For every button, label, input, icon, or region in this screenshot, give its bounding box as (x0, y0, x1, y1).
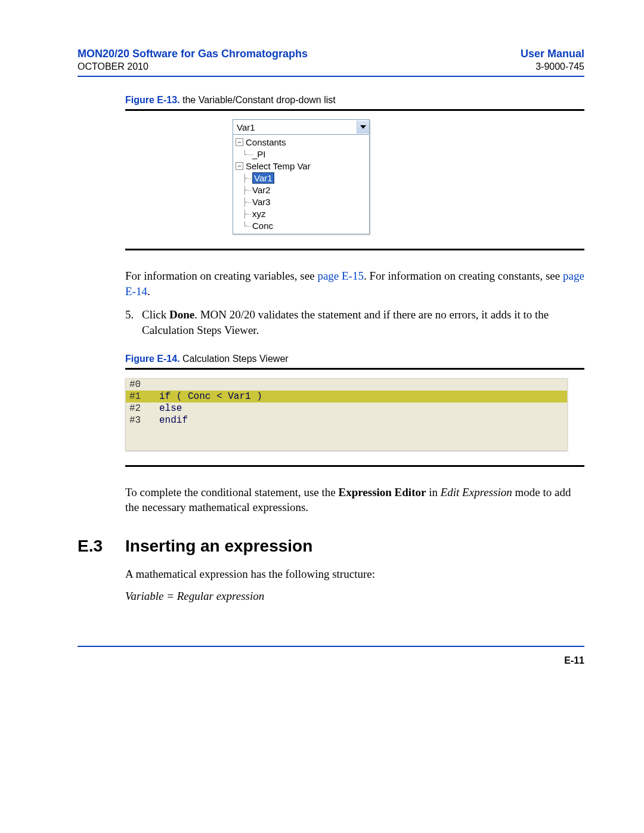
figure-e14-caption: Figure E-14. Calculation Steps Viewer (125, 354, 584, 364)
paragraph-variables-info: For information on creating variables, s… (125, 268, 584, 299)
header-rule (78, 76, 584, 77)
tree-item-var1[interactable]: ├···Var1 (233, 172, 369, 184)
tree-group-constants[interactable]: −Constants (233, 136, 369, 148)
paragraph-expression-structure: A mathematical expression has the follow… (125, 566, 584, 582)
viewer-row-0[interactable]: #0 (126, 379, 567, 391)
page-number: E-11 (78, 655, 584, 666)
done-keyword: Done (169, 308, 194, 321)
calculation-steps-viewer: #0 #1if ( Conc < Var1 ) #2else #3endif (125, 378, 568, 451)
viewer-row-3[interactable]: #3endif (126, 414, 567, 426)
figure-rule-bottom-2 (125, 465, 584, 467)
figure-e13-label: Figure E-13. (125, 95, 180, 105)
figure-e14-label: Figure E-14. (125, 354, 180, 364)
edit-expression-keyword: Edit Expression (441, 486, 512, 498)
tree-item-var3[interactable]: ├···Var3 (233, 196, 369, 208)
dropdown-selected-text: Var1 (233, 122, 357, 132)
tree-item-xyz[interactable]: ├···xyz (233, 208, 369, 219)
dropdown-button[interactable] (357, 120, 369, 134)
dropdown-field[interactable]: Var1 (233, 119, 370, 135)
tree-item-conc[interactable]: └···Conc (233, 219, 369, 231)
figure-rule-bottom-1 (125, 249, 584, 250)
tree-group-select-temp-var[interactable]: −Select Temp Var (233, 160, 369, 172)
collapse-icon[interactable]: − (236, 138, 243, 146)
chevron-down-icon (360, 125, 366, 129)
section-heading-e3: E.3 Inserting an expression (78, 537, 584, 556)
figure-rule-top-2 (125, 368, 584, 370)
figure-e13-caption: Figure E-13. the Variable/Constant drop-… (125, 95, 584, 106)
doc-title-right: User Manual (521, 48, 584, 60)
doc-title-left: MON20/20 Software for Gas Chromatographs (78, 48, 308, 60)
doc-date: OCTOBER 2010 (78, 61, 148, 72)
tree-item-pi[interactable]: └···_PI (233, 148, 369, 160)
footer-rule (78, 646, 584, 647)
paragraph-expression-editor: To complete the conditional statement, u… (125, 485, 584, 515)
variable-constant-dropdown[interactable]: Var1 −Constants └···_PI −Select Temp Var… (233, 119, 370, 234)
collapse-icon[interactable]: − (236, 162, 243, 170)
section-title: Inserting an expression (125, 537, 312, 556)
paragraph-expression-formula: Variable = Regular expression (125, 589, 584, 604)
step-5: 5. Click Done. MON 20/20 validates the s… (125, 307, 584, 337)
link-page-e15[interactable]: page E-15 (317, 270, 364, 282)
section-number: E.3 (78, 537, 125, 556)
expression-editor-keyword: Expression Editor (338, 486, 426, 498)
tree-item-var2[interactable]: ├···Var2 (233, 184, 369, 196)
viewer-row-2[interactable]: #2else (126, 402, 567, 414)
figure-rule-top-1 (125, 109, 584, 111)
viewer-row-1[interactable]: #1if ( Conc < Var1 ) (126, 391, 567, 402)
dropdown-list: −Constants └···_PI −Select Temp Var ├···… (233, 135, 370, 234)
doc-number: 3-9000-745 (535, 61, 584, 72)
step-5-number: 5. (125, 307, 142, 337)
